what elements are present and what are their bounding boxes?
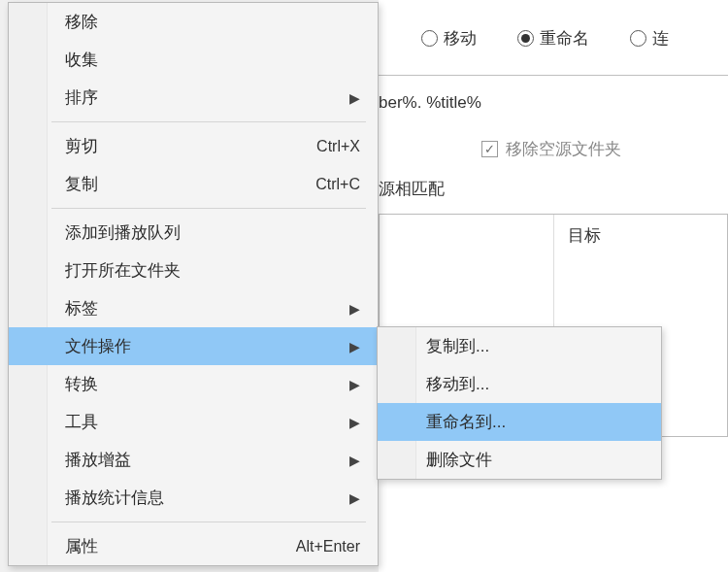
menu-replaygain[interactable]: 播放增益 ▶ — [9, 441, 378, 479]
menu-label: 复制 — [65, 173, 98, 195]
menu-cut[interactable]: 剪切 Ctrl+X — [9, 127, 378, 165]
radio-move-label: 移动 — [444, 27, 477, 50]
menu-remove[interactable]: 移除 — [9, 3, 378, 41]
menu-copy[interactable]: 复制 Ctrl+C — [9, 165, 378, 203]
menu-open-folder[interactable]: 打开所在文件夹 — [9, 252, 378, 289]
menu-separator — [51, 522, 366, 522]
chevron-right-icon: ▶ — [349, 415, 360, 430]
radio-icon — [517, 30, 534, 47]
chevron-right-icon: ▶ — [349, 377, 360, 392]
context-menu: 移除 收集 排序 ▶ 剪切 Ctrl+X 复制 Ctrl+C 添加到播放队列 打… — [8, 2, 379, 566]
chevron-right-icon: ▶ — [349, 301, 360, 317]
submenu-delete-file[interactable]: 删除文件 — [378, 441, 661, 479]
menu-label: 打开所在文件夹 — [65, 259, 181, 282]
menu-label: 工具 — [65, 411, 98, 433]
menu-tags[interactable]: 标签 ▶ — [9, 289, 378, 327]
operation-radio-group: 移动 重命名 连 — [379, 14, 728, 65]
radio-move[interactable]: 移动 — [421, 27, 477, 50]
shortcut-text: Alt+Enter — [296, 538, 360, 555]
radio-link[interactable]: 连 — [630, 27, 669, 50]
shortcut-text: Ctrl+X — [316, 138, 360, 155]
radio-icon — [421, 30, 438, 47]
remove-empty-checkbox[interactable]: ✓ 移除空源文件夹 — [379, 130, 728, 174]
radio-rename[interactable]: 重命名 — [517, 27, 589, 50]
menu-label: 剪切 — [65, 135, 98, 157]
submenu-rename-to[interactable]: 重命名到... — [378, 403, 661, 441]
radio-icon — [630, 30, 646, 47]
menu-sort[interactable]: 排序 ▶ — [9, 79, 378, 117]
menu-label: 添加到播放队列 — [65, 221, 181, 244]
chevron-right-icon: ▶ — [349, 453, 360, 468]
menu-label: 删除文件 — [426, 449, 492, 471]
menu-add-play-queue[interactable]: 添加到播放队列 — [9, 214, 378, 252]
menu-label: 排序 — [65, 86, 98, 109]
menu-label: 收集 — [65, 49, 98, 71]
menu-label: 移除 — [65, 11, 98, 33]
menu-label: 播放增益 — [65, 449, 131, 471]
check-icon: ✓ — [481, 141, 498, 157]
menu-separator — [51, 208, 366, 209]
chevron-right-icon: ▶ — [349, 339, 360, 354]
menu-label: 播放统计信息 — [65, 487, 164, 509]
menu-label: 转换 — [65, 373, 98, 395]
menu-label: 标签 — [65, 297, 98, 320]
submenu-move-to[interactable]: 移动到... — [378, 365, 661, 403]
remove-empty-label: 移除空源文件夹 — [506, 138, 621, 160]
match-source-label: 源相匹配 — [379, 174, 728, 204]
chevron-right-icon: ▶ — [349, 90, 360, 106]
menu-label: 重命名到... — [426, 411, 506, 433]
radio-rename-label: 重命名 — [540, 27, 589, 50]
menu-label: 属性 — [65, 535, 98, 557]
filename-pattern-fragment: ber%. %title% — [379, 76, 728, 130]
menu-play-stats[interactable]: 播放统计信息 ▶ — [9, 479, 378, 517]
chevron-right-icon: ▶ — [349, 490, 360, 506]
file-operations-submenu: 复制到... 移动到... 重命名到... 删除文件 — [377, 326, 662, 480]
menu-properties[interactable]: 属性 Alt+Enter — [9, 527, 378, 565]
menu-file-operations[interactable]: 文件操作 ▶ — [9, 327, 378, 365]
radio-link-label: 连 — [652, 27, 669, 50]
menu-convert[interactable]: 转换 ▶ — [9, 365, 378, 403]
menu-collect[interactable]: 收集 — [9, 41, 378, 79]
menu-label: 复制到... — [426, 335, 489, 357]
right-panel: 移动 重命名 连 ber%. %title% ✓ 移除空源文件夹 源相匹配 目标 — [379, 0, 728, 572]
shortcut-text: Ctrl+C — [315, 176, 360, 193]
menu-label: 文件操作 — [65, 335, 131, 357]
menu-label: 移动到... — [426, 373, 489, 395]
submenu-copy-to[interactable]: 复制到... — [378, 327, 661, 365]
menu-separator — [51, 121, 366, 122]
menu-tools[interactable]: 工具 ▶ — [9, 403, 378, 441]
